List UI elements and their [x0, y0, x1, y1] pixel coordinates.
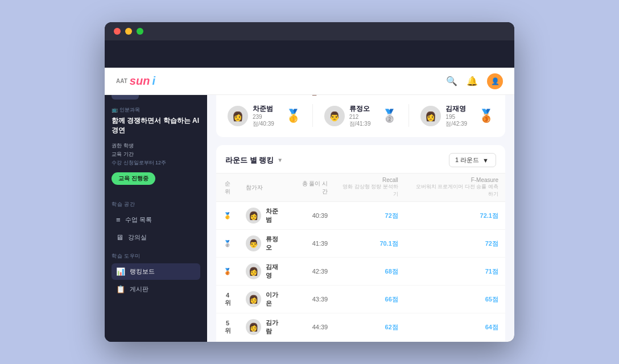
rank-cell: 4위 [216, 286, 239, 313]
main-layout: AAT suni 🔍 🔔 👤 🎮 📺 인분과목 함께 경쟁하면서 학습하는 AI… [105, 40, 514, 342]
table-row: 🥈👨류정오41:3970.1점72점 [216, 230, 505, 258]
board-icon: 📋 [116, 285, 125, 293]
ranker-3-avatar: 👩 [420, 106, 441, 126]
recall-sub: 영화 감상형 정량 분석하기 [341, 183, 398, 198]
rank-cell: 🥇 [216, 202, 239, 230]
time-cell: 44:39 [291, 313, 335, 341]
time-cell: 41:39 [291, 230, 335, 258]
ranker-1-score: 239점/40:39 [253, 114, 281, 128]
ranker-2: 👨 류정오 212점/41:39 🥈 [324, 104, 398, 128]
dot-yellow[interactable] [125, 28, 132, 35]
nav-icons: 🔍 🔔 👤 [446, 73, 503, 89]
main-content: 라운드 별 랭킹 상위권 🏆 👩 차준범 239점/40:39 🥇 � [207, 68, 514, 342]
bell-icon[interactable]: 🔔 [467, 76, 478, 86]
ranker-1-info: 차준범 239점/40:39 [253, 104, 281, 128]
ranker-2-avatar: 👨 [324, 106, 345, 126]
player-name: 류정오 [266, 235, 284, 252]
sidebar-item-board[interactable]: 📋 게시판 [112, 281, 200, 297]
sidebar-section-helper: 학습 도우미 [112, 253, 200, 260]
ranker-3-info: 김재영 195점/42:39 [445, 104, 474, 128]
time-cell: 43:39 [291, 286, 335, 313]
table-row: 🥉👩김재영42:3968점71점 [216, 258, 505, 286]
sidebar-section-learning: 학습 공간 [112, 201, 200, 208]
table-header-row: 라운드 별 랭킹 ▼ 1 라운드 ▼ [216, 145, 505, 173]
ranker-1-name: 차준범 [253, 104, 281, 114]
ranker-3: 👩 김재영 195점/42:39 🥉 [420, 104, 494, 128]
player-avatar: 👩 [246, 208, 261, 224]
sidebar-item-classroom[interactable]: 🖥 강의실 [112, 229, 200, 246]
recall-cell: 72점 [335, 202, 405, 230]
course-category: 📺 인분과목 [112, 106, 200, 114]
user-avatar-button[interactable]: 👤 [487, 73, 503, 89]
ranking-table: 순위 참가자 총 풀이 시간 Recall 영화 감상형 정량 분석하기 F-M… [216, 173, 505, 342]
player-name: 이가은 [266, 291, 284, 308]
fmeasure-cell: 72점 [405, 230, 505, 258]
search-icon[interactable]: 🔍 [446, 76, 457, 86]
player-avatar: 👩 [246, 291, 261, 307]
ranker-1: 👩 차준범 239점/40:39 🥇 [228, 104, 301, 128]
table-row: 🥇👩차준범40:3972점72.1점 [216, 202, 505, 230]
col-recall: Recall 영화 감상형 정량 분석하기 [335, 173, 405, 202]
sidebar-item-label: 랭킹보드 [130, 267, 155, 276]
round-ranking-card: 라운드 별 랭킹 ▼ 1 라운드 ▼ 순위 참가자 총 풀이 시간 [216, 145, 505, 342]
time-cell: 42:39 [291, 258, 335, 286]
sidebar-item-label: 강의실 [128, 233, 147, 242]
player-name: 차준범 [266, 207, 284, 224]
col-fmeasure: F-Measure 오버워치 프로게이머 다전 승률 예측하기 [405, 173, 505, 202]
col-time: 총 풀이 시간 [291, 173, 335, 202]
time-cell: 40:39 [291, 202, 335, 230]
dropdown-arrow-icon: ▼ [277, 157, 283, 163]
col-player: 참가자 [239, 173, 291, 202]
permission-label: 권한 학생 [112, 142, 200, 150]
rank-cell: 6위 [216, 341, 239, 342]
course-title: 함께 경쟁하면서 학습하는 AI 경연 [112, 116, 200, 135]
ranker-2-score: 212점/41:39 [349, 114, 378, 128]
player-name: 김재영 [266, 263, 284, 280]
player-cell: 👩차준범 [239, 202, 291, 230]
player-avatar: 👨 [246, 235, 261, 251]
sidebar-item-leaderboard[interactable]: 📊 랭킹보드 [112, 263, 200, 280]
ranker-3-score: 195점/42:39 [445, 114, 474, 128]
dot-green[interactable] [137, 28, 143, 35]
fmeasure-sub: 오버워치 프로게이머 다전 승률 예측하기 [412, 183, 498, 198]
fmeasure-cell: 63점 [405, 341, 505, 342]
divider-1 [312, 104, 313, 127]
player-cell: 👩김재영 [239, 258, 291, 286]
ranker-2-info: 류정오 212점/41:39 [349, 104, 378, 128]
logo-aat: AAT [116, 78, 127, 84]
recall-cell: 62점 [335, 313, 405, 341]
select-arrow-icon: ▼ [482, 157, 489, 164]
top-rankers-list: 👩 차준범 239점/40:39 🥇 👨 류정오 212점/41:39 [228, 104, 494, 128]
rank-cell: 🥉 [216, 258, 239, 286]
enroll-button[interactable]: 교육 진행중 [112, 172, 155, 185]
round-ranking-title: 라운드 별 랭킹 ▼ [225, 155, 283, 166]
sidebar-item-label: 수업 목록 [125, 216, 152, 224]
recall-cell: 66점 [335, 286, 405, 313]
ranker-1-avatar: 👩 [228, 106, 248, 126]
logo-sun: sun [130, 75, 150, 88]
ranker-3-name: 김재영 [445, 104, 474, 114]
table-col-headers: 순위 참가자 총 풀이 시간 Recall 영화 감상형 정량 분석하기 F-M… [216, 173, 505, 202]
player-cell: 👩이가은 [239, 286, 291, 313]
sidebar-item-lesson-list[interactable]: ≡ 수업 목록 [112, 212, 200, 228]
table-row: 4위👩이가은43:3966점65점 [216, 286, 505, 313]
round-select-dropdown[interactable]: 1 라운드 ▼ [449, 153, 496, 167]
bronze-medal-icon: 🥉 [478, 109, 494, 123]
period-label: 교육 기간 [112, 151, 200, 158]
fmeasure-cell: 65점 [405, 286, 505, 313]
player-avatar: 👩 [246, 263, 261, 279]
fmeasure-cell: 72.1점 [405, 202, 505, 230]
recall-cell: 61점 [335, 341, 405, 342]
rank-cell: 5위 [216, 313, 239, 341]
sidebar: 🎮 📺 인분과목 함께 경쟁하면서 학습하는 AI 경연 권한 학생 교육 기간… [105, 68, 207, 342]
col-rank: 순위 [216, 173, 239, 202]
list-icon: ≡ [116, 216, 121, 224]
dot-red[interactable] [114, 28, 121, 35]
table-row: 6위👩박가을45:3961점63점 [216, 341, 505, 342]
top-nav: AAT suni 🔍 🔔 👤 [105, 68, 514, 95]
ranking-table-body: 🥇👩차준범40:3972점72.1점🥈👨류정오41:3970.1점72점🥉👩김재… [216, 202, 505, 342]
table-row: 5위👩김가람44:3962점64점 [216, 313, 505, 341]
rank-cell: 🥈 [216, 230, 239, 258]
time-cell: 45:39 [291, 341, 335, 342]
sidebar-item-label: 게시판 [130, 285, 148, 293]
